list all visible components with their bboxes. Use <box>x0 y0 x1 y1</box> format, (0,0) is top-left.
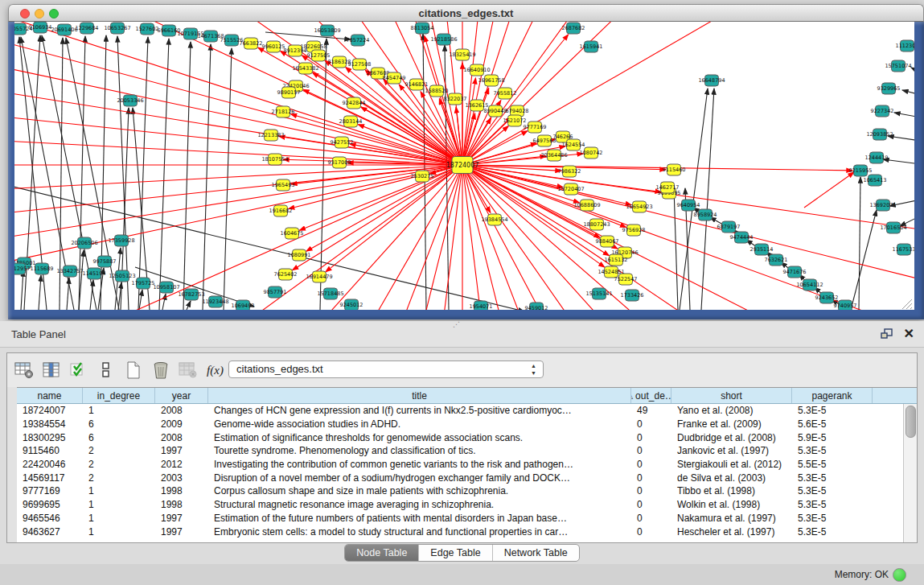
graph-edge[interactable] <box>183 42 191 310</box>
table-row[interactable]: 946554611997Estimation of the future num… <box>17 512 903 525</box>
float-panel-icon[interactable] <box>881 328 893 340</box>
function-fx-icon[interactable]: f(x) <box>204 360 226 381</box>
graph-edge[interactable] <box>159 39 169 310</box>
graph-node[interactable]: 7632621 <box>765 254 788 266</box>
delete-trash-icon[interactable] <box>150 360 171 381</box>
table-row[interactable]: 977716911998Corpus callosum shape and si… <box>17 484 903 498</box>
graph-node[interactable]: 16648794 <box>698 75 725 86</box>
graph-node[interactable]: 11923448 <box>202 296 228 307</box>
table-row[interactable]: 969969511998Structural magnetic resonanc… <box>17 498 903 512</box>
table-row[interactable]: 946362711997Embryonic stem cells: a mode… <box>17 525 903 538</box>
column-select-icon[interactable] <box>40 360 62 381</box>
graph-node[interactable]: 1065413 <box>864 175 887 186</box>
graph-edge[interactable] <box>306 165 462 251</box>
graph-node[interactable]: 15751074 <box>885 60 911 72</box>
table-row[interactable]: 1456911722003Disruption of a novel membe… <box>17 471 903 484</box>
network-canvas[interactable]: 1405572491069342069140612296841065326715… <box>14 22 914 310</box>
tab-edge-table[interactable]: Edge Table <box>419 545 492 561</box>
column-header-title[interactable]: title <box>208 388 631 403</box>
graph-edge[interactable] <box>902 90 914 95</box>
column-header-short[interactable]: short <box>671 388 792 403</box>
graph-node[interactable]: 17359928 <box>108 235 134 246</box>
graph-edge[interactable] <box>851 210 877 310</box>
graph-edge[interactable] <box>139 290 142 310</box>
graph-node[interactable]: 7955812 <box>494 88 517 99</box>
column-header-in_degree[interactable]: in_degree <box>83 388 155 403</box>
graph-edge[interactable] <box>462 22 914 165</box>
column-header-out_de[interactable]: △out_de… <box>631 388 671 403</box>
graph-node[interactable]: 7857224 <box>347 35 370 46</box>
tab-node-table[interactable]: Node Table <box>345 545 419 561</box>
graph-node[interactable]: 8322037 <box>444 93 467 105</box>
graph-node[interactable]: 20364486 <box>540 150 567 161</box>
canvas-resize-grip[interactable] <box>902 299 912 309</box>
graph-node[interactable]: 1733426 <box>621 290 644 301</box>
graph-node[interactable]: 9471676 <box>783 266 807 278</box>
graph-node[interactable]: 16053809 <box>314 25 340 36</box>
panel-divider-grip[interactable]: ⋰ <box>453 320 460 328</box>
column-header-year[interactable]: year <box>155 388 208 403</box>
graph-node[interactable]: 1244419 <box>865 152 889 163</box>
row-height-icon[interactable] <box>95 360 117 381</box>
tab-network-table[interactable]: Network Table <box>493 545 579 561</box>
graph-node[interactable]: 1527602 <box>136 23 159 35</box>
graph-node[interactable]: 9329965 <box>877 83 901 94</box>
graph-edge[interactable] <box>894 113 914 117</box>
graph-node[interactable]: 15718485 <box>317 288 343 299</box>
table-row[interactable]: 911546021997Tourette syndrome. Phenomeno… <box>17 444 903 458</box>
graph-node[interactable]: 12093852 <box>866 129 893 140</box>
graph-node[interactable]: 1080991 <box>288 249 311 261</box>
graph-edge[interactable] <box>162 294 166 310</box>
table-row[interactable]: 1830029562008Estimation of significance … <box>17 431 903 444</box>
select-all-checks-icon[interactable] <box>68 360 89 381</box>
graph-edge[interactable] <box>187 301 191 310</box>
graph-node[interactable]: 1080742 <box>580 147 603 159</box>
graph-node[interactable]: 18325419 <box>449 49 475 60</box>
graph-node[interactable]: 16914479 <box>306 271 332 282</box>
column-header-name[interactable]: name <box>17 388 83 403</box>
graph-edge[interactable] <box>859 177 860 310</box>
graph-edge[interactable] <box>289 165 462 209</box>
graph-node[interactable]: 10654112 <box>796 279 823 290</box>
graph-node[interactable]: 8215955 <box>849 165 873 176</box>
graph-node[interactable]: 12213383 <box>257 130 284 141</box>
graph-node[interactable]: 1229684 <box>76 23 99 34</box>
graph-node[interactable]: 1112302 <box>896 40 914 51</box>
graph-node[interactable]: 15135141 <box>585 288 612 299</box>
graph-edge[interactable] <box>21 270 23 310</box>
table-body[interactable]: 1872400712008Changes of HCN gene express… <box>17 404 903 542</box>
graph-node[interactable]: 16654923 <box>626 201 652 212</box>
graph-node[interactable]: 13692071 <box>869 200 896 211</box>
graph-node[interactable]: 10653267 <box>104 23 130 34</box>
graph-node[interactable]: 9756928 <box>622 225 646 236</box>
graph-node[interactable]: 1965493 <box>272 179 295 191</box>
graph-node[interactable]: 9960125 <box>262 41 285 52</box>
graph-node[interactable]: 1615941 <box>580 41 603 52</box>
graph-node[interactable]: 8813054 <box>411 23 434 34</box>
graph-node[interactable]: 1916682 <box>269 205 293 216</box>
graph-node[interactable]: 1069493 <box>232 300 255 310</box>
table-row[interactable]: 1938455462009Genome-wide association stu… <box>17 418 903 431</box>
vertical-scrollbar[interactable] <box>903 404 917 542</box>
graph-node[interactable]: 10958107 <box>153 282 179 293</box>
graph-node[interactable]: 9115460 <box>663 164 686 175</box>
graph-node[interactable]: 9459012 <box>525 303 548 310</box>
table-select-combo[interactable]: citations_edges.txt ▲▼ <box>228 360 544 378</box>
column-header-pagerank[interactable]: pagerank <box>792 388 873 403</box>
graph-node[interactable]: 9975887 <box>93 256 117 267</box>
citation-graph[interactable]: 1405572491069342069140612296841065326715… <box>14 22 914 310</box>
graph-node[interactable]: 9474444 <box>730 232 754 243</box>
graph-node[interactable]: 9427552 <box>331 137 354 148</box>
graph-node[interactable]: 9227342 <box>871 105 894 117</box>
table-row[interactable]: 2242004622012Investigating the contribut… <box>17 458 903 472</box>
graph-node[interactable]: 1588520 <box>425 85 449 97</box>
graph-node[interactable]: 9127508 <box>348 59 372 70</box>
graph-node[interactable]: 1954071 <box>470 301 493 310</box>
graph-edge[interactable] <box>14 106 462 165</box>
graph-node[interactable]: 9640954 <box>677 200 700 211</box>
graph-node[interactable]: 2687682 <box>562 23 585 34</box>
graph-edge[interactable] <box>911 68 914 72</box>
graph-node[interactable]: 9857791 <box>264 286 287 298</box>
graph-node[interactable]: 2803144 <box>339 116 363 127</box>
graph-node[interactable]: 7625402 <box>274 269 298 280</box>
